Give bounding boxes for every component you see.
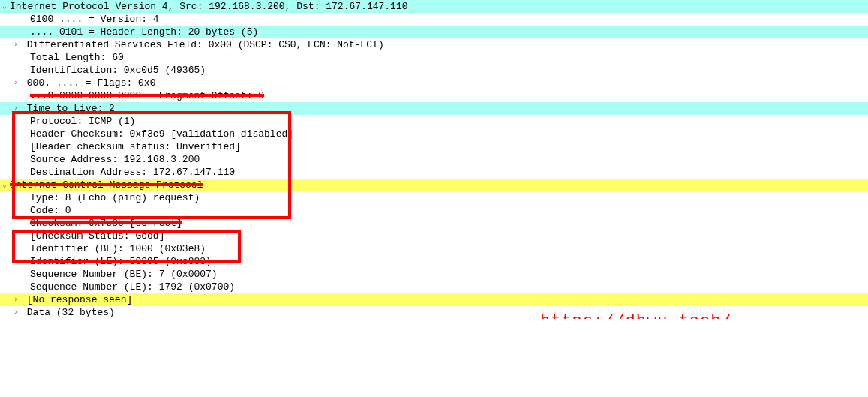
- tree-item-ipv4-header[interactable]: ⌄Internet Protocol Version 4, Src: 192.1…: [0, 0, 868, 13]
- field-text: Sequence Number (BE): 7 (0x0007): [30, 269, 218, 280]
- field-text: ...0 0000 0000 0000 = Fragment Offset: 0: [30, 90, 264, 101]
- field-text: [Checksum Status: Good]: [30, 230, 164, 242]
- tree-item-ipv4-identification[interactable]: Identification: 0xc0d5 (49365): [0, 64, 868, 77]
- tree-item-ipv4-dst-addr[interactable]: Destination Address: 172.67.147.110: [0, 166, 868, 179]
- field-text: Identifier (BE): 1000 (0x03e8): [30, 243, 206, 254]
- tree-item-ipv4-total-length[interactable]: Total Length: 60: [0, 51, 868, 64]
- field-text: [Header checksum status: Unverified]: [30, 141, 241, 152]
- tree-item-ipv4-dsf[interactable]: › Differentiated Services Field: 0x00 (D…: [0, 38, 868, 51]
- tree-item-icmp-identifier-be[interactable]: Identifier (BE): 1000 (0x03e8): [0, 242, 868, 255]
- field-text: Total Length: 60: [30, 52, 124, 63]
- tree-item-ipv4-fragment-offset[interactable]: ...0 0000 0000 0000 = Fragment Offset: 0: [0, 89, 868, 102]
- tree-item-icmp-seq-le[interactable]: Sequence Number (LE): 1792 (0x0700): [0, 281, 868, 293]
- tree-item-icmp-seq-be[interactable]: Sequence Number (BE): 7 (0x0007): [0, 268, 868, 281]
- tree-item-icmp-no-response[interactable]: › [No response seen]: [0, 293, 868, 306]
- tree-item-icmp-header[interactable]: ⌄Internet Control Message Protocol: [0, 179, 868, 191]
- watermark-url: https://dbwu.tech/: [540, 315, 732, 319]
- field-text: Identifier (LE): 59395 (0xe803): [30, 256, 212, 267]
- tree-item-ipv4-header-length[interactable]: .... 0101 = Header Length: 20 bytes (5): [0, 26, 868, 38]
- caret-expanded-icon: ⌄: [2, 0, 10, 13]
- tree-item-ipv4-version[interactable]: 0100 .... = Version: 4: [0, 13, 868, 26]
- field-text: Destination Address: 172.67.147.110: [30, 167, 235, 178]
- field-text: Data (32 bytes): [27, 307, 115, 318]
- caret-expanded-icon: ⌄: [2, 179, 10, 191]
- tree-item-ipv4-ttl[interactable]: › Time to Live: 2: [0, 102, 868, 115]
- field-text: Identification: 0xc0d5 (49365): [30, 65, 206, 76]
- tree-item-icmp-code[interactable]: Code: 0: [0, 204, 868, 217]
- tree-item-icmp-type[interactable]: Type: 8 (Echo (ping) request): [0, 191, 868, 204]
- tree-item-ipv4-protocol[interactable]: Protocol: ICMP (1): [0, 115, 868, 128]
- field-text: Source Address: 192.168.3.200: [30, 154, 200, 165]
- tree-item-ipv4-checksum-status[interactable]: [Header checksum status: Unverified]: [0, 140, 868, 153]
- field-text: Protocol: ICMP (1): [30, 116, 135, 127]
- field-text: [No response seen]: [27, 294, 132, 305]
- caret-collapsed-icon: ›: [14, 102, 21, 115]
- field-text: 0100 .... = Version: 4: [30, 14, 159, 25]
- tree-item-ipv4-header-checksum[interactable]: Header Checksum: 0xf3c9 [validation disa…: [0, 128, 868, 140]
- field-text: Differentiated Services Field: 0x00 (DSC…: [27, 39, 384, 50]
- tree-item-icmp-checksum[interactable]: Checksum: 0x7e8b [correct]: [0, 217, 868, 230]
- field-text: .... 0101 = Header Length: 20 bytes (5): [30, 26, 258, 38]
- caret-collapsed-icon: ›: [14, 38, 21, 51]
- tree-item-icmp-identifier-le[interactable]: Identifier (LE): 59395 (0xe803): [0, 255, 868, 268]
- caret-collapsed-icon: ›: [14, 77, 21, 89]
- field-text: Sequence Number (LE): 1792 (0x0700): [30, 281, 235, 293]
- field-text: Time to Live: 2: [27, 103, 115, 114]
- tree-item-icmp-data[interactable]: › Data (32 bytes): [0, 306, 868, 319]
- caret-collapsed-icon: ›: [14, 293, 21, 306]
- tree-item-icmp-checksum-status[interactable]: [Checksum Status: Good]: [0, 230, 868, 242]
- icmp-summary: Internet Control Message Protocol: [10, 179, 203, 191]
- field-text: Header Checksum: 0xf3c9 [validation disa…: [30, 128, 293, 140]
- tree-item-ipv4-flags[interactable]: › 000. .... = Flags: 0x0: [0, 77, 868, 89]
- field-text: Code: 0: [30, 205, 71, 216]
- tree-item-ipv4-src-addr[interactable]: Source Address: 192.168.3.200: [0, 153, 868, 166]
- field-text: 000. .... = Flags: 0x0: [27, 77, 156, 89]
- ipv4-summary: Internet Protocol Version 4, Src: 192.16…: [10, 1, 408, 12]
- caret-collapsed-icon: ›: [14, 306, 21, 319]
- field-text: Type: 8 (Echo (ping) request): [30, 192, 200, 203]
- field-text: Checksum: 0x7e8b [correct]: [30, 218, 182, 229]
